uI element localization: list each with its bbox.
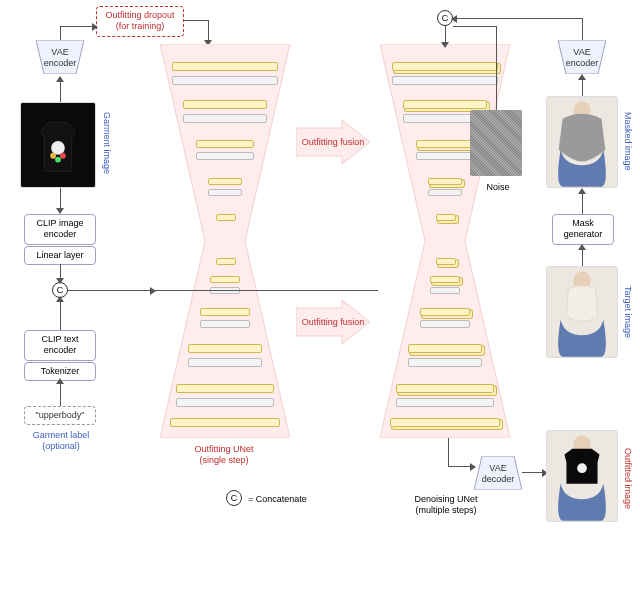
outfitting-dropout-box: Outfitting dropout(for training) [96, 6, 184, 37]
line [448, 438, 449, 466]
svg-point-4 [60, 153, 66, 159]
arrowhead-up-icon [578, 244, 586, 250]
masked-image-label: Masked image [622, 112, 633, 171]
bar [408, 358, 482, 367]
bar [170, 418, 280, 427]
bar [392, 62, 498, 71]
bar [216, 214, 236, 221]
bar [403, 100, 487, 109]
vae-decoder: VAEdecoder [474, 456, 522, 490]
svg-point-3 [50, 153, 56, 159]
line [60, 26, 96, 27]
arrowhead-right-icon [92, 23, 98, 31]
arrowhead-up-icon [578, 188, 586, 194]
line [496, 26, 497, 110]
outfitting-fusion-top: Outfitting fusion [296, 120, 370, 164]
outfitted-image-label: Outfitted image [622, 448, 633, 509]
bar [420, 308, 470, 316]
target-image [546, 266, 618, 358]
vae-encoder-right-text: VAEencoder [558, 40, 606, 69]
arrowhead-up-icon [578, 74, 586, 80]
bar [200, 308, 250, 316]
bar [436, 214, 456, 221]
line [60, 82, 61, 102]
bar [420, 320, 470, 328]
line [68, 290, 378, 291]
noise-label: Noise [476, 182, 520, 193]
bar [428, 178, 462, 185]
target-image-label: Target image [622, 286, 633, 338]
outfitting-dropout-text: Outfitting dropout(for training) [105, 10, 174, 31]
bar [428, 189, 462, 196]
arrowhead-up-icon [56, 296, 64, 302]
vae-decoder-text: VAEdecoder [474, 456, 522, 485]
bar [430, 287, 460, 294]
outfitting-fusion-bottom: Outfitting fusion [296, 300, 370, 344]
concat-legend-text: = Concatenate [248, 494, 307, 505]
bar [390, 418, 500, 427]
bar [172, 76, 278, 85]
arrowhead-right-icon [470, 463, 476, 471]
line [453, 18, 583, 19]
line [582, 26, 583, 40]
arrowhead-down-icon [56, 278, 64, 284]
bar [200, 320, 250, 328]
clip-image-encoder-box: CLIP imageencoder [24, 214, 96, 245]
garment-label-caption: Garment label(optional) [26, 430, 96, 452]
bar [208, 178, 242, 185]
denoising-unet-caption: Denoising UNet (multiple steps) [398, 494, 494, 516]
clip-text-encoder-text: CLIP textencoder [42, 334, 79, 355]
svg-point-18 [577, 463, 587, 473]
bar [208, 189, 242, 196]
bar [408, 344, 482, 353]
bar [176, 398, 274, 407]
bar [416, 152, 474, 160]
bar [396, 384, 494, 393]
bar [396, 398, 494, 407]
bar [210, 276, 240, 283]
bar [416, 140, 474, 148]
arrowhead-up-icon [56, 76, 64, 82]
noise-image [470, 110, 522, 176]
bar [436, 258, 456, 265]
upperbody-box: "upperbody" [24, 406, 96, 425]
bar [196, 140, 254, 148]
upperbody-text: "upperbody" [36, 410, 85, 420]
line [582, 18, 583, 26]
arrowhead-down-icon [441, 42, 449, 48]
bar [172, 62, 278, 71]
clip-text-encoder-box: CLIP textencoder [24, 330, 96, 361]
garment-image [20, 102, 96, 188]
bar [183, 100, 267, 109]
bar [196, 152, 254, 160]
arrowhead-up-icon [56, 378, 64, 384]
line [60, 26, 61, 40]
svg-point-5 [55, 157, 61, 163]
bar [392, 76, 498, 85]
clip-image-encoder-text: CLIP imageencoder [37, 218, 84, 239]
bar [176, 384, 274, 393]
vae-encoder-left: VAEencoder [36, 40, 84, 74]
concat-legend-icon: C [226, 490, 242, 506]
masked-image [546, 96, 618, 188]
outfitted-image [546, 430, 618, 522]
linear-layer-text: Linear layer [36, 250, 83, 260]
line [60, 298, 61, 330]
vae-encoder-left-text: VAEencoder [36, 40, 84, 69]
line [60, 188, 61, 210]
mask-generator-box: Maskgenerator [552, 214, 614, 245]
bar [183, 114, 267, 123]
bar [216, 258, 236, 265]
bar [188, 358, 262, 367]
line [582, 78, 583, 96]
line [184, 20, 208, 21]
mask-generator-text: Maskgenerator [564, 218, 603, 239]
vae-encoder-right: VAEencoder [558, 40, 606, 74]
line [208, 20, 209, 40]
svg-point-2 [51, 141, 65, 155]
line [582, 192, 583, 214]
arrowhead-left-icon [451, 15, 457, 23]
line [453, 26, 497, 27]
tokenizer-text: Tokenizer [41, 366, 80, 376]
garment-image-label: Garment image [101, 112, 112, 174]
